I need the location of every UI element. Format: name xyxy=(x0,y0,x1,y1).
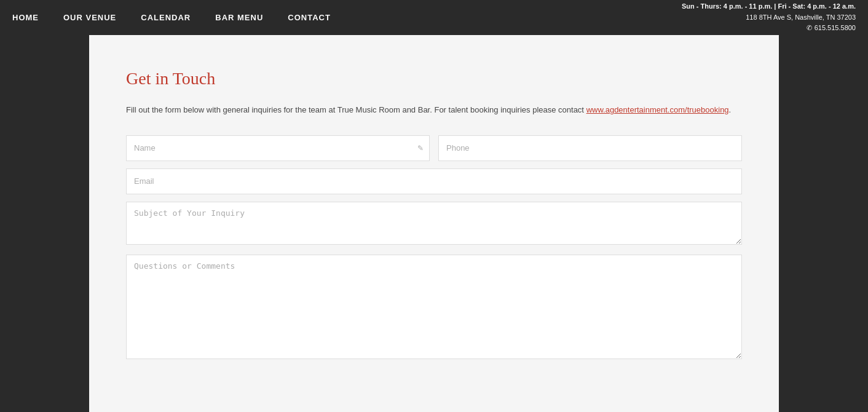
phone-field-group xyxy=(438,135,742,161)
intro-paragraph: Fill out the form below with general inq… xyxy=(126,104,742,117)
navigation: HOME OUR VENUE CALENDAR BAR MENU CONTACT… xyxy=(0,0,868,35)
comments-row xyxy=(126,255,742,362)
subject-row xyxy=(126,202,742,247)
period: . xyxy=(729,105,732,114)
name-field-wrapper: ✎ xyxy=(126,135,430,161)
email-row xyxy=(126,168,742,194)
phone-input[interactable] xyxy=(438,135,742,161)
page-title: Get in Touch xyxy=(126,69,742,89)
phone-icon: ✆ xyxy=(807,23,812,34)
content-wrapper: Get in Touch Fill out the form below wit… xyxy=(0,35,868,412)
nav-calendar[interactable]: CALENDAR xyxy=(141,13,191,22)
contact-form: ✎ xyxy=(126,135,742,362)
nav-our-venue[interactable]: OUR VENUE xyxy=(63,13,116,22)
hours-text: Sun - Thurs: 4 p.m. - 11 p.m. | Fri - Sa… xyxy=(682,1,856,12)
name-input[interactable] xyxy=(126,135,430,161)
intro-text: Fill out the form below with general inq… xyxy=(126,105,584,114)
subject-input[interactable] xyxy=(126,202,742,245)
nav-info: Sun - Thurs: 4 p.m. - 11 p.m. | Fri - Sa… xyxy=(682,1,856,34)
booking-link[interactable]: www.agdentertainment.com/truebooking xyxy=(586,105,729,114)
nav-links: HOME OUR VENUE CALENDAR BAR MENU CONTACT xyxy=(12,13,682,22)
address-text: 118 8TH Ave S, Nashville, TN 37203 xyxy=(682,12,856,23)
nav-home[interactable]: HOME xyxy=(12,13,39,22)
name-field-icon: ✎ xyxy=(417,144,424,153)
nav-bar-menu[interactable]: BAR MENU xyxy=(215,13,263,22)
main-content: Get in Touch Fill out the form below wit… xyxy=(89,35,779,412)
comments-input[interactable] xyxy=(126,255,742,359)
phone-number: 615.515.5800 xyxy=(815,23,856,34)
sidebar-right xyxy=(779,35,868,412)
name-phone-row: ✎ xyxy=(126,135,742,161)
sidebar-left xyxy=(0,35,89,412)
nav-contact[interactable]: CONTACT xyxy=(288,13,331,22)
email-input[interactable] xyxy=(126,168,742,194)
phone-line: ✆ 615.515.5800 xyxy=(682,23,856,34)
